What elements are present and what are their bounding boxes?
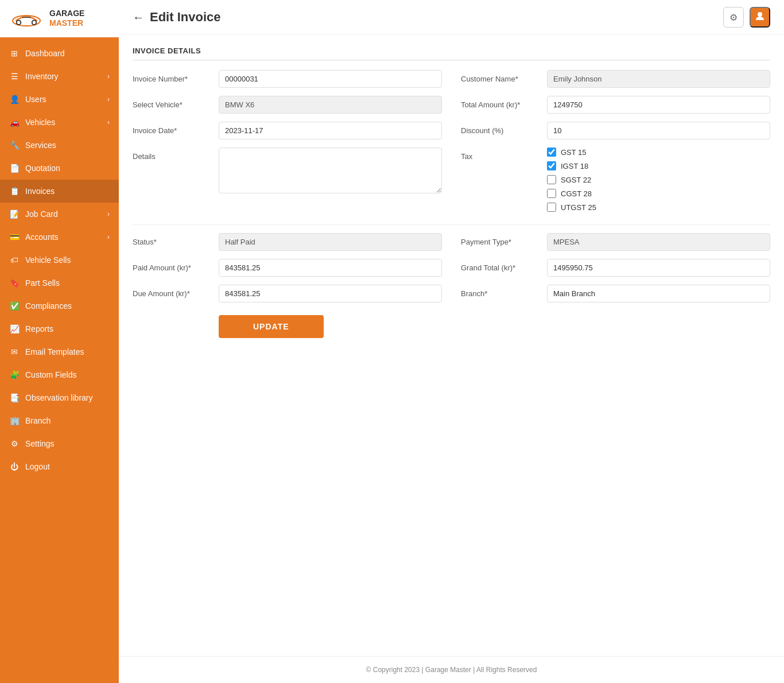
page-title: Edit Invoice: [150, 10, 220, 25]
form-divider: [133, 224, 770, 225]
sidebar-item-label: Services: [25, 141, 56, 150]
sidebar-item-vehicles[interactable]: 🚗 Vehicles ›: [0, 111, 119, 134]
sidebar-item-label: Logout: [25, 462, 50, 471]
content-area: INVOICE DETAILS Invoice Number* Select V…: [119, 35, 784, 656]
details-row: Details: [133, 148, 442, 193]
sidebar-item-inventory[interactable]: ☰ Inventory ›: [0, 65, 119, 88]
footer: © Copyright 2023 | Garage Master | All R…: [119, 656, 784, 683]
chevron-right-icon: ›: [107, 210, 110, 218]
paid-amount-input[interactable]: [219, 259, 442, 277]
invoice-date-row: Invoice Date*: [133, 122, 442, 139]
cgst28-checkbox[interactable]: [547, 189, 556, 198]
tax-utgst25[interactable]: UTGST 25: [547, 203, 770, 212]
tax-igst18[interactable]: IGST 18: [547, 161, 770, 170]
gst15-checkbox[interactable]: [547, 148, 556, 157]
form-bottom-right: Payment Type* Grand Total (kr)* Branch*: [442, 233, 770, 346]
branch-input[interactable]: [547, 285, 770, 302]
sidebar-item-compliances[interactable]: ✅ Compliances: [0, 294, 119, 317]
details-label: Details: [133, 148, 219, 161]
sidebar-item-label: Part Sells: [25, 278, 60, 288]
discount-input[interactable]: [547, 122, 770, 139]
details-textarea[interactable]: [219, 148, 442, 193]
status-row: Status*: [133, 233, 442, 251]
update-button[interactable]: UPDATE: [219, 315, 324, 338]
sidebar-item-label: Job Card: [25, 209, 58, 219]
sidebar-item-label: Dashboard: [25, 49, 65, 58]
sidebar-item-logout[interactable]: ⏻ Logout: [0, 455, 119, 478]
total-amount-input[interactable]: [547, 96, 770, 114]
sidebar-item-vehicle-sells[interactable]: 🏷 Vehicle Sells: [0, 249, 119, 271]
sidebar-item-email-templates[interactable]: ✉ Email Templates: [0, 340, 119, 363]
cgst28-label: CGST 28: [561, 189, 592, 198]
logout-icon: ⏻: [9, 461, 20, 472]
sidebar-item-label: Email Templates: [25, 347, 84, 356]
branch-row: Branch*: [461, 285, 770, 302]
sidebar-item-users[interactable]: 👤 Users ›: [0, 88, 119, 111]
jobcard-icon: 📝: [9, 209, 20, 219]
discount-label: Discount (%): [461, 122, 547, 135]
utgst25-label: UTGST 25: [561, 203, 596, 212]
header: ← Edit Invoice ⚙: [119, 0, 784, 35]
sidebar-item-label: Reports: [25, 324, 53, 333]
logo-master-text: MASTER: [49, 18, 84, 28]
branch-label: Branch*: [461, 285, 547, 298]
due-amount-input[interactable]: [219, 285, 442, 302]
utgst25-checkbox[interactable]: [547, 203, 556, 212]
form-left-section: Invoice Number* Select Vehicle* Invoice …: [133, 70, 442, 220]
status-label: Status*: [133, 233, 219, 246]
discount-row: Discount (%): [461, 122, 770, 139]
tax-group: GST 15 IGST 18 SGST 22 CGST 28: [547, 148, 770, 212]
footer-text: © Copyright 2023 | Garage Master | All R…: [366, 666, 537, 674]
sidebar-item-label: Settings: [25, 439, 55, 448]
payment-type-input[interactable]: [547, 233, 770, 251]
section-title: INVOICE DETAILS: [133, 46, 770, 61]
sidebar-item-observation-library[interactable]: 📑 Observation library: [0, 386, 119, 409]
sidebar-item-part-sells[interactable]: 🔖 Part Sells: [0, 271, 119, 294]
select-vehicle-input[interactable]: [219, 96, 442, 114]
reports-icon: 📈: [9, 324, 20, 334]
status-input[interactable]: [219, 233, 442, 251]
header-right: ⚙: [723, 7, 770, 28]
sgst22-checkbox[interactable]: [547, 175, 556, 184]
form-bottom-left: Status* Paid Amount (kr)* Due Amount (kr…: [133, 233, 442, 346]
customer-name-input[interactable]: [547, 70, 770, 88]
tax-sgst22[interactable]: SGST 22: [547, 175, 770, 184]
grand-total-input[interactable]: [547, 259, 770, 277]
user-profile-button[interactable]: [750, 7, 770, 28]
due-amount-label: Due Amount (kr)*: [133, 285, 219, 298]
sidebar: GARAGE MASTER ⊞ Dashboard ☰ Inventory › …: [0, 0, 119, 683]
sidebar-item-invoices[interactable]: 📋 Invoices: [0, 180, 119, 203]
sidebar-item-settings[interactable]: ⚙ Settings: [0, 432, 119, 455]
sidebar-nav: ⊞ Dashboard ☰ Inventory › 👤 Users › 🚗 Ve…: [0, 37, 119, 683]
invoice-date-input[interactable]: [219, 122, 442, 139]
sidebar-item-quotation[interactable]: 📄 Quotation: [0, 157, 119, 180]
invoice-number-input[interactable]: [219, 70, 442, 88]
back-button[interactable]: ←: [133, 11, 144, 24]
sidebar-item-accounts[interactable]: 💳 Accounts ›: [0, 226, 119, 249]
sidebar-item-dashboard[interactable]: ⊞ Dashboard: [0, 42, 119, 65]
igst18-checkbox[interactable]: [547, 161, 556, 170]
compliances-icon: ✅: [9, 301, 20, 311]
settings-button[interactable]: ⚙: [723, 7, 744, 28]
tax-row: Tax GST 15 IGST 18 SGST 22: [461, 148, 770, 212]
tax-cgst28[interactable]: CGST 28: [547, 189, 770, 198]
tax-label: Tax: [461, 148, 547, 161]
accounts-icon: 💳: [9, 232, 20, 242]
sidebar-item-job-card[interactable]: 📝 Job Card ›: [0, 203, 119, 226]
inventory-icon: ☰: [9, 71, 20, 82]
sidebar-item-branch[interactable]: 🏢 Branch: [0, 409, 119, 432]
tax-gst15[interactable]: GST 15: [547, 148, 770, 157]
sidebar-item-label: Custom Fields: [25, 370, 76, 379]
invoice-date-label: Invoice Date*: [133, 122, 219, 135]
logo: GARAGE MASTER: [0, 0, 119, 37]
chevron-right-icon: ›: [107, 95, 110, 103]
sidebar-item-reports[interactable]: 📈 Reports: [0, 317, 119, 340]
sidebar-item-custom-fields[interactable]: 🧩 Custom Fields: [0, 363, 119, 386]
logo-garage-text: GARAGE: [49, 9, 84, 18]
sidebar-item-label: Branch: [25, 416, 51, 425]
sidebar-item-services[interactable]: 🔧 Services: [0, 134, 119, 157]
due-amount-row: Due Amount (kr)*: [133, 285, 442, 302]
custom-fields-icon: 🧩: [9, 370, 20, 380]
total-amount-row: Total Amount (kr)*: [461, 96, 770, 114]
svg-point-2: [32, 20, 37, 25]
